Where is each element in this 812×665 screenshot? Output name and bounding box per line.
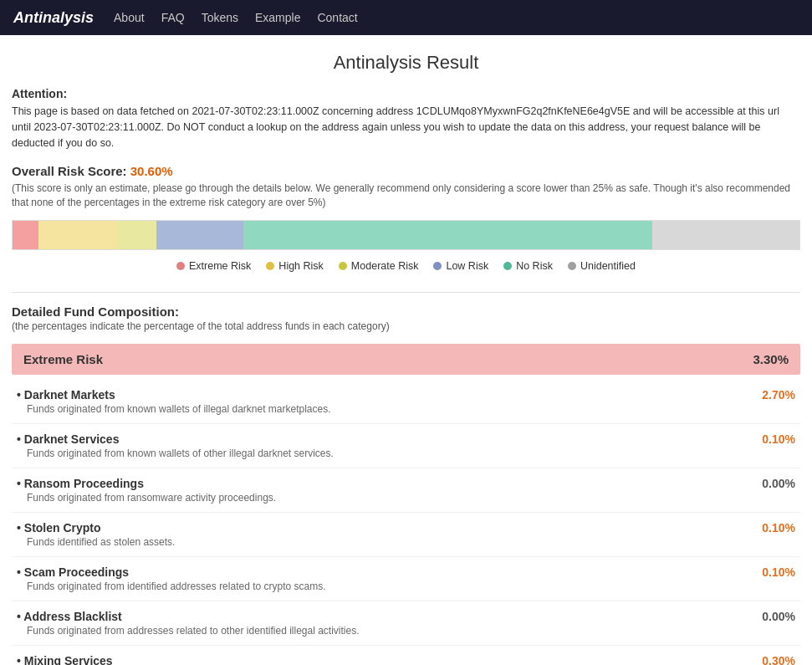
page-title: Antinalysis Result: [12, 52, 800, 74]
fund-item-left: Scam ProceedingsFunds originated from id…: [17, 565, 752, 592]
fund-item-desc: Funds originated from ransomware activit…: [27, 492, 752, 504]
legend-label: Extreme Risk: [189, 260, 251, 272]
legend-dot: [568, 262, 576, 270]
fund-item-left: Ransom ProceedingsFunds originated from …: [17, 477, 752, 504]
fund-item-name: Address Blacklist: [17, 610, 752, 623]
legend-item: Moderate Risk: [339, 260, 419, 272]
legend-label: Unidentified: [580, 260, 636, 272]
legend-label: Moderate Risk: [351, 260, 419, 272]
fund-item: Darknet ServicesFunds originated from kn…: [12, 429, 800, 468]
legend-label: Low Risk: [446, 260, 488, 272]
nav-tokens[interactable]: Tokens: [202, 11, 238, 24]
brand-logo[interactable]: Antinalysis: [13, 9, 94, 27]
fund-item-left: Mixing ServicesFunds originated from mix…: [17, 654, 752, 665]
fund-item-left: Stolen CryptoFunds identified as stolen …: [17, 521, 752, 548]
risk-bar-segment-low-risk: [156, 221, 243, 249]
legend-item: Extreme Risk: [176, 260, 251, 272]
risk-note: (This score is only an estimate, please …: [12, 182, 800, 210]
main-content: Antinalysis Result Attention: This page …: [0, 35, 812, 665]
section-subtitle: (the percentages indicate the percentage…: [12, 320, 800, 332]
attention-text: This page is based on data fetched on 20…: [12, 104, 800, 151]
fund-item-name: Stolen Crypto: [17, 521, 752, 535]
fund-item: Address BlacklistFunds originated from a…: [12, 606, 800, 646]
nav-links: About FAQ Tokens Example Contact: [114, 11, 358, 24]
fund-item-name: Darknet Markets: [17, 388, 752, 402]
nav-contact[interactable]: Contact: [317, 11, 357, 24]
fund-item: Scam ProceedingsFunds originated from id…: [12, 562, 800, 601]
nav-example[interactable]: Example: [255, 11, 300, 24]
navbar: Antinalysis About FAQ Tokens Example Con…: [0, 0, 812, 35]
fund-item-name: Ransom Proceedings: [17, 477, 752, 490]
risk-bar-segment-moderate-risk: [117, 221, 156, 249]
category-name: Extreme Risk: [23, 352, 103, 366]
legend-label: No Risk: [516, 260, 553, 272]
category-header: Extreme Risk3.30%: [12, 344, 800, 375]
overall-risk-label: Overall Risk Score: 30.60%: [12, 164, 800, 178]
fund-item-left: Darknet ServicesFunds originated from kn…: [17, 432, 752, 459]
fund-item-left: Darknet MarketsFunds originated from kno…: [17, 388, 752, 415]
legend-dot: [503, 262, 512, 270]
fund-item-name: Mixing Services: [17, 654, 752, 665]
legend-label: High Risk: [278, 260, 324, 272]
fund-item-name: Scam Proceedings: [17, 565, 752, 579]
risk-bar-segment-extreme-risk: [13, 221, 38, 249]
risk-legend: Extreme RiskHigh RiskModerate RiskLow Ri…: [12, 260, 800, 272]
legend-item: Unidentified: [568, 260, 636, 272]
fund-item-pct: 0.10%: [762, 432, 795, 446]
legend-item: High Risk: [266, 260, 324, 272]
fund-item-pct: 0.00%: [762, 477, 795, 490]
legend-dot: [339, 262, 347, 270]
risk-score-value: 30.60%: [130, 164, 173, 178]
fund-item-desc: Funds originated from known wallets of o…: [27, 448, 752, 459]
divider: [12, 292, 800, 293]
legend-item: Low Risk: [433, 260, 488, 272]
fund-item-desc: Funds identified as stolen assets.: [27, 536, 752, 548]
fund-item: Mixing ServicesFunds originated from mix…: [12, 651, 800, 665]
fund-item: Ransom ProceedingsFunds originated from …: [12, 473, 800, 513]
fund-item-desc: Funds originated from addresses related …: [27, 625, 752, 637]
fund-item: Stolen CryptoFunds identified as stolen …: [12, 518, 800, 557]
legend-dot: [176, 262, 185, 270]
fund-item-pct: 0.00%: [762, 610, 795, 623]
risk-bar-segment-no-risk: [243, 221, 652, 249]
risk-bar: [12, 220, 800, 250]
legend-dot: [266, 262, 274, 270]
section-title: Detailed Fund Composition:: [12, 304, 800, 319]
categories-container: Extreme Risk3.30%Darknet MarketsFunds or…: [12, 344, 800, 665]
fund-item-pct: 2.70%: [762, 388, 795, 402]
fund-item-name: Darknet Services: [17, 432, 752, 446]
fund-item-pct: 0.30%: [762, 654, 795, 665]
fund-item-pct: 0.10%: [762, 521, 795, 535]
nav-about[interactable]: About: [114, 11, 145, 24]
fund-item-desc: Funds originated from known wallets of i…: [27, 403, 752, 415]
fund-item-left: Address BlacklistFunds originated from a…: [17, 610, 752, 637]
fund-item-desc: Funds originated from identified address…: [27, 581, 752, 592]
legend-dot: [433, 262, 442, 270]
fund-item: Darknet MarketsFunds originated from kno…: [12, 385, 800, 424]
fund-item-pct: 0.10%: [762, 565, 795, 579]
attention-label: Attention:: [12, 87, 800, 100]
risk-bar-segment-unidentified: [652, 221, 799, 249]
nav-faq[interactable]: FAQ: [161, 11, 185, 24]
category-pct: 3.30%: [753, 352, 789, 366]
risk-bar-segment-high-risk: [38, 221, 117, 249]
legend-item: No Risk: [503, 260, 553, 272]
